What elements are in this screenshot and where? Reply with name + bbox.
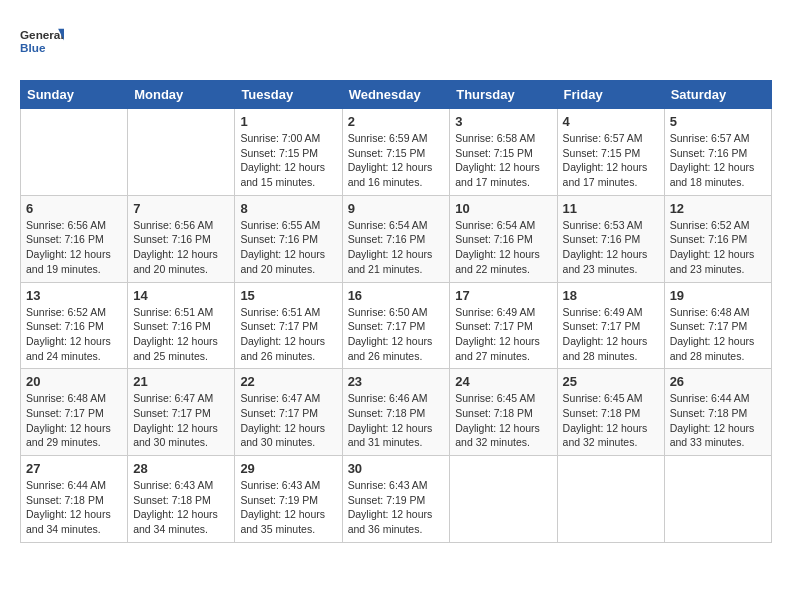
day-header-monday: Monday <box>128 81 235 109</box>
day-number: 13 <box>26 288 122 303</box>
logo: General Blue <box>20 20 64 64</box>
day-info: Sunrise: 6:52 AM Sunset: 7:16 PM Dayligh… <box>26 305 122 364</box>
day-cell <box>21 109 128 196</box>
day-number: 22 <box>240 374 336 389</box>
day-number: 26 <box>670 374 766 389</box>
day-info: Sunrise: 6:50 AM Sunset: 7:17 PM Dayligh… <box>348 305 445 364</box>
day-info: Sunrise: 6:48 AM Sunset: 7:17 PM Dayligh… <box>26 391 122 450</box>
day-cell: 22Sunrise: 6:47 AM Sunset: 7:17 PM Dayli… <box>235 369 342 456</box>
day-info: Sunrise: 6:54 AM Sunset: 7:16 PM Dayligh… <box>455 218 551 277</box>
day-cell: 4Sunrise: 6:57 AM Sunset: 7:15 PM Daylig… <box>557 109 664 196</box>
day-number: 25 <box>563 374 659 389</box>
day-cell: 18Sunrise: 6:49 AM Sunset: 7:17 PM Dayli… <box>557 282 664 369</box>
day-cell: 29Sunrise: 6:43 AM Sunset: 7:19 PM Dayli… <box>235 456 342 543</box>
day-number: 14 <box>133 288 229 303</box>
day-cell: 26Sunrise: 6:44 AM Sunset: 7:18 PM Dayli… <box>664 369 771 456</box>
day-info: Sunrise: 6:44 AM Sunset: 7:18 PM Dayligh… <box>26 478 122 537</box>
header-row: SundayMondayTuesdayWednesdayThursdayFrid… <box>21 81 772 109</box>
day-info: Sunrise: 6:57 AM Sunset: 7:15 PM Dayligh… <box>563 131 659 190</box>
day-cell: 13Sunrise: 6:52 AM Sunset: 7:16 PM Dayli… <box>21 282 128 369</box>
day-cell: 28Sunrise: 6:43 AM Sunset: 7:18 PM Dayli… <box>128 456 235 543</box>
day-cell <box>664 456 771 543</box>
day-cell: 11Sunrise: 6:53 AM Sunset: 7:16 PM Dayli… <box>557 195 664 282</box>
day-info: Sunrise: 6:46 AM Sunset: 7:18 PM Dayligh… <box>348 391 445 450</box>
day-info: Sunrise: 6:57 AM Sunset: 7:16 PM Dayligh… <box>670 131 766 190</box>
day-number: 5 <box>670 114 766 129</box>
day-header-friday: Friday <box>557 81 664 109</box>
day-number: 16 <box>348 288 445 303</box>
day-number: 24 <box>455 374 551 389</box>
day-info: Sunrise: 6:58 AM Sunset: 7:15 PM Dayligh… <box>455 131 551 190</box>
day-header-sunday: Sunday <box>21 81 128 109</box>
day-number: 12 <box>670 201 766 216</box>
day-cell: 16Sunrise: 6:50 AM Sunset: 7:17 PM Dayli… <box>342 282 450 369</box>
day-number: 10 <box>455 201 551 216</box>
week-row-2: 6Sunrise: 6:56 AM Sunset: 7:16 PM Daylig… <box>21 195 772 282</box>
day-info: Sunrise: 6:55 AM Sunset: 7:16 PM Dayligh… <box>240 218 336 277</box>
day-cell: 12Sunrise: 6:52 AM Sunset: 7:16 PM Dayli… <box>664 195 771 282</box>
day-number: 9 <box>348 201 445 216</box>
day-info: Sunrise: 6:44 AM Sunset: 7:18 PM Dayligh… <box>670 391 766 450</box>
day-info: Sunrise: 6:45 AM Sunset: 7:18 PM Dayligh… <box>563 391 659 450</box>
day-header-saturday: Saturday <box>664 81 771 109</box>
day-cell: 8Sunrise: 6:55 AM Sunset: 7:16 PM Daylig… <box>235 195 342 282</box>
day-number: 8 <box>240 201 336 216</box>
day-number: 18 <box>563 288 659 303</box>
page-header: General Blue <box>20 20 772 64</box>
day-info: Sunrise: 6:43 AM Sunset: 7:18 PM Dayligh… <box>133 478 229 537</box>
day-cell: 3Sunrise: 6:58 AM Sunset: 7:15 PM Daylig… <box>450 109 557 196</box>
day-info: Sunrise: 6:45 AM Sunset: 7:18 PM Dayligh… <box>455 391 551 450</box>
day-number: 20 <box>26 374 122 389</box>
day-info: Sunrise: 7:00 AM Sunset: 7:15 PM Dayligh… <box>240 131 336 190</box>
day-cell: 1Sunrise: 7:00 AM Sunset: 7:15 PM Daylig… <box>235 109 342 196</box>
day-number: 15 <box>240 288 336 303</box>
week-row-4: 20Sunrise: 6:48 AM Sunset: 7:17 PM Dayli… <box>21 369 772 456</box>
day-info: Sunrise: 6:49 AM Sunset: 7:17 PM Dayligh… <box>563 305 659 364</box>
day-number: 1 <box>240 114 336 129</box>
day-info: Sunrise: 6:56 AM Sunset: 7:16 PM Dayligh… <box>26 218 122 277</box>
day-number: 19 <box>670 288 766 303</box>
day-cell: 27Sunrise: 6:44 AM Sunset: 7:18 PM Dayli… <box>21 456 128 543</box>
svg-text:General: General <box>20 28 64 41</box>
day-number: 3 <box>455 114 551 129</box>
logo-svg: General Blue <box>20 20 64 64</box>
day-cell: 19Sunrise: 6:48 AM Sunset: 7:17 PM Dayli… <box>664 282 771 369</box>
day-header-tuesday: Tuesday <box>235 81 342 109</box>
day-number: 28 <box>133 461 229 476</box>
day-cell: 10Sunrise: 6:54 AM Sunset: 7:16 PM Dayli… <box>450 195 557 282</box>
day-number: 21 <box>133 374 229 389</box>
day-cell: 25Sunrise: 6:45 AM Sunset: 7:18 PM Dayli… <box>557 369 664 456</box>
day-cell: 7Sunrise: 6:56 AM Sunset: 7:16 PM Daylig… <box>128 195 235 282</box>
day-number: 29 <box>240 461 336 476</box>
day-info: Sunrise: 6:49 AM Sunset: 7:17 PM Dayligh… <box>455 305 551 364</box>
day-cell: 15Sunrise: 6:51 AM Sunset: 7:17 PM Dayli… <box>235 282 342 369</box>
day-number: 23 <box>348 374 445 389</box>
day-number: 27 <box>26 461 122 476</box>
svg-text:Blue: Blue <box>20 41 46 54</box>
day-cell: 14Sunrise: 6:51 AM Sunset: 7:16 PM Dayli… <box>128 282 235 369</box>
day-cell: 17Sunrise: 6:49 AM Sunset: 7:17 PM Dayli… <box>450 282 557 369</box>
day-header-thursday: Thursday <box>450 81 557 109</box>
day-number: 30 <box>348 461 445 476</box>
day-info: Sunrise: 6:43 AM Sunset: 7:19 PM Dayligh… <box>240 478 336 537</box>
day-number: 6 <box>26 201 122 216</box>
calendar-table: SundayMondayTuesdayWednesdayThursdayFrid… <box>20 80 772 543</box>
day-info: Sunrise: 6:54 AM Sunset: 7:16 PM Dayligh… <box>348 218 445 277</box>
week-row-5: 27Sunrise: 6:44 AM Sunset: 7:18 PM Dayli… <box>21 456 772 543</box>
day-cell: 24Sunrise: 6:45 AM Sunset: 7:18 PM Dayli… <box>450 369 557 456</box>
day-number: 7 <box>133 201 229 216</box>
day-cell: 2Sunrise: 6:59 AM Sunset: 7:15 PM Daylig… <box>342 109 450 196</box>
day-cell: 20Sunrise: 6:48 AM Sunset: 7:17 PM Dayli… <box>21 369 128 456</box>
week-row-1: 1Sunrise: 7:00 AM Sunset: 7:15 PM Daylig… <box>21 109 772 196</box>
day-info: Sunrise: 6:59 AM Sunset: 7:15 PM Dayligh… <box>348 131 445 190</box>
day-cell: 5Sunrise: 6:57 AM Sunset: 7:16 PM Daylig… <box>664 109 771 196</box>
day-info: Sunrise: 6:53 AM Sunset: 7:16 PM Dayligh… <box>563 218 659 277</box>
day-cell: 9Sunrise: 6:54 AM Sunset: 7:16 PM Daylig… <box>342 195 450 282</box>
day-number: 11 <box>563 201 659 216</box>
day-cell: 21Sunrise: 6:47 AM Sunset: 7:17 PM Dayli… <box>128 369 235 456</box>
day-cell <box>128 109 235 196</box>
day-info: Sunrise: 6:47 AM Sunset: 7:17 PM Dayligh… <box>240 391 336 450</box>
day-cell <box>450 456 557 543</box>
day-info: Sunrise: 6:48 AM Sunset: 7:17 PM Dayligh… <box>670 305 766 364</box>
day-info: Sunrise: 6:47 AM Sunset: 7:17 PM Dayligh… <box>133 391 229 450</box>
